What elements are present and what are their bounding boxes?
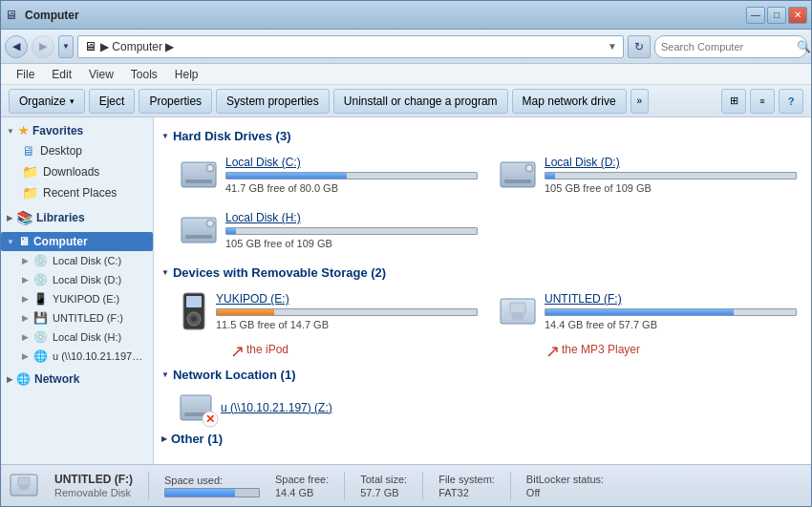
svg-rect-18 [512,312,524,320]
devices-section-header: ▼ Devices with Removable Storage (2) [161,265,803,280]
menu-edit[interactable]: Edit [44,66,79,83]
map-network-button[interactable]: Map network drive [512,89,627,114]
address-dropdown-icon[interactable]: ▼ [608,41,617,52]
devices-collapse-icon[interactable]: ▼ [161,268,169,277]
drive-local-c[interactable]: Local Disk (C:) 41.7 GB free of 80.0 GB [173,151,484,199]
local-h-expand-icon: ▶ [22,332,29,342]
untitled-expand-icon: ▶ [22,313,29,323]
svg-rect-25 [19,484,29,490]
sidebar-item-network-u[interactable]: ▶ 🌐 u (\\10.10.21.197) (Z: [1,347,153,366]
sidebar-item-untitled[interactable]: ▶ 💾 UNTITLED (F:) [1,308,153,327]
address-bar[interactable]: 🖥 ▶ Computer ▶ ▼ [77,35,624,58]
sidebar-computer-header[interactable]: ▼ 🖥 Computer [1,232,153,251]
drive-untitled-name: UNTITLED (F:) [545,292,797,306]
sidebar-downloads-label: Downloads [43,165,99,179]
sidebar-item-downloads[interactable]: 📁 Downloads [1,161,153,182]
sidebar-network-section: ▶ 🌐 Network [1,370,153,389]
sidebar-local-h-label: Local Disk (H:) [53,331,121,343]
drive-untitled-icon [499,294,537,328]
drive-untitled-link[interactable]: UNTITLED (F:) [545,292,622,306]
network-u-expand-icon: ▶ [22,351,29,361]
hard-disk-drives-grid: Local Disk (C:) 41.7 GB free of 80.0 GB [161,151,803,254]
view-toggle-button[interactable]: ≡ [750,89,775,114]
file-area: ▼ Hard Disk Drives (3) [154,117,811,464]
status-bitlocker-field: BitLocker status: Off [526,474,604,498]
drive-local-d-progress-bg [545,172,797,180]
search-bar[interactable]: 🔍 [654,35,807,58]
network-drive-link[interactable]: u (\\10.10.21.197) (Z:) [221,401,332,414]
sidebar-item-local-c[interactable]: ▶ 💿 Local Disk (C:) [1,251,153,270]
status-space-free-value: 14.4 GB [275,487,329,498]
sidebar-local-c-label: Local Disk (C:) [53,255,121,266]
refresh-button[interactable]: ↻ [628,35,651,58]
sidebar-favorites-label: Favorites [32,124,83,137]
hard-disk-collapse-icon[interactable]: ▼ [161,132,169,140]
search-icon[interactable]: 🔍 [797,40,811,53]
sidebar-item-recent[interactable]: 📁 Recent Places [1,182,153,203]
sidebar-network-header[interactable]: ▶ 🌐 Network [1,370,153,389]
sidebar-libraries-header[interactable]: ▶ 📚 Libraries [1,207,153,228]
menu-file[interactable]: File [9,66,42,83]
sidebar-network-u-label: u (\\10.10.21.197) (Z: [53,350,145,362]
other-expand-icon[interactable]: ▶ [161,434,167,443]
drive-local-d-name: Local Disk (D:) [545,156,797,169]
svg-rect-13 [186,296,202,307]
address-text: ▶ Computer ▶ [100,40,604,53]
title-bar-left: 🖥 Computer [5,8,746,22]
organize-dropdown-icon[interactable]: ▾ [70,96,75,106]
properties-label: Properties [149,95,202,108]
back-button[interactable]: ◀ [5,35,28,58]
drive-local-d-link[interactable]: Local Disk (D:) [545,156,620,169]
status-space-free-field: Space free: 14.4 GB [275,474,329,498]
drive-untitled-size: 14.4 GB free of 57.7 GB [545,319,797,330]
drive-local-h-name: Local Disk (H:) [225,211,478,224]
network-drive-item[interactable]: ✕ u (\\10.10.21.197) (Z:) [173,390,803,428]
drive-yukipod[interactable]: YUKIPOD (E:) 11.5 GB free of 14.7 GB [173,287,484,335]
status-drive-type: Removable Disk [54,487,133,498]
sidebar-yukipod-label: YUKIPOD (E:) [53,293,119,305]
maximize-button[interactable]: □ [767,7,786,24]
organize-button[interactable]: Organize ▾ [9,89,85,114]
view-button[interactable]: ⊞ [721,89,746,114]
drive-local-d[interactable]: Local Disk (D:) 105 GB free of 109 GB [492,151,803,199]
drive-yukipod-size: 11.5 GB free of 14.7 GB [216,319,478,330]
sidebar-item-desktop[interactable]: 🖥 Desktop [1,140,153,161]
system-properties-button[interactable]: System properties [216,89,330,114]
sidebar-item-local-d[interactable]: ▶ 💿 Local Disk (D:) [1,270,153,289]
dropdown-button[interactable]: ▼ [58,35,74,58]
mp3-annotation: ↗ the MP3 Player [488,343,803,360]
local-c-expand-icon: ▶ [22,256,29,265]
menu-help[interactable]: Help [167,66,206,83]
menu-tools[interactable]: Tools [123,66,165,83]
sidebar-favorites-header[interactable]: ▼ ★ Favorites [1,121,153,140]
status-total-label: Total size: [360,474,407,485]
network-collapse-icon[interactable]: ▼ [161,370,169,379]
uninstall-button[interactable]: Uninstall or change a program [333,89,508,114]
forward-button[interactable]: ▶ [32,35,54,58]
drive-local-d-icon [499,158,537,192]
status-separator-2 [344,472,345,500]
drive-untitled[interactable]: UNTITLED (F:) 14.4 GB free of 57.7 GB [492,287,803,335]
title-bar: 🖥 Computer — □ ✕ [1,1,811,30]
status-drive-name: UNTITLED (F:) [54,473,133,486]
drive-local-c-link[interactable]: Local Disk (C:) [225,156,301,169]
help-button[interactable]: ? [779,89,803,114]
network-section-header: ▼ Network Location (1) [161,368,803,382]
drive-local-h[interactable]: Local Disk (H:) 105 GB free of 109 GB [173,206,484,254]
ipod-annotation-text: the iPod [246,343,288,356]
sidebar-item-yukipod[interactable]: ▶ 📱 YUKIPOD (E:) [1,289,153,308]
more-button[interactable]: » [630,89,650,114]
search-input[interactable] [661,41,793,53]
minimize-button[interactable]: — [746,7,765,24]
drive-yukipod-name: YUKIPOD (E:) [216,292,478,306]
menu-view[interactable]: View [81,66,121,83]
annotations-row: ↗ the iPod ↗ the MP3 Player [161,343,803,360]
drive-yukipod-link[interactable]: YUKIPOD (E:) [216,292,289,306]
close-button[interactable]: ✕ [788,7,807,24]
mp3-annotation-text: the MP3 Player [562,343,640,356]
eject-button[interactable]: Eject [89,89,136,114]
sidebar-item-local-h[interactable]: ▶ 💿 Local Disk (H:) [1,327,153,347]
favorites-star-icon: ★ [18,124,29,137]
properties-button[interactable]: Properties [139,89,212,114]
drive-local-h-link[interactable]: Local Disk (H:) [225,211,301,224]
